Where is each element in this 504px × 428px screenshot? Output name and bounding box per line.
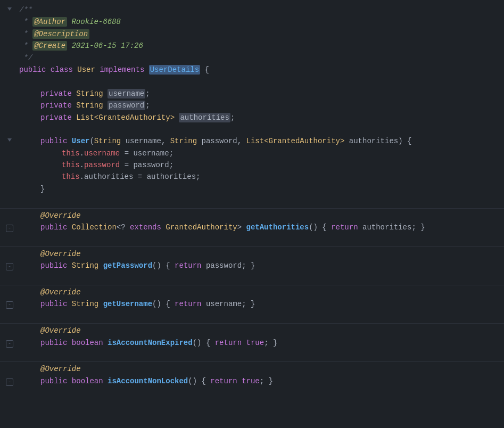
code-line-18: @Override: [0, 210, 504, 221]
line-content-28: public boolean isAccountNonExpired() { r…: [40, 337, 495, 349]
fold-icon-28[interactable]: -: [6, 340, 13, 348]
code-line-1: /**: [0, 4, 504, 16]
code-line-17: [0, 195, 504, 207]
line-content-16: }: [40, 183, 495, 195]
code-line-29: [0, 349, 504, 360]
line-content-13: this.username = username;: [62, 147, 495, 159]
code-line-12: public User(String username, String pass…: [0, 135, 504, 147]
code-line-27: @Override: [0, 325, 504, 336]
gutter-12: [4, 137, 15, 143]
line-content-30: @Override: [40, 363, 495, 375]
code-line-20: [0, 233, 504, 245]
line-content-29: [19, 349, 495, 360]
line-content-15: this.authorities = authorities;: [62, 171, 495, 183]
code-line-16: }: [0, 183, 504, 195]
line-content-1: /**: [19, 4, 495, 16]
code-line-23: [0, 272, 504, 284]
code-line-3: * @Description: [0, 28, 504, 40]
line-content-4: * @Create 2021-06-15 17:26: [19, 40, 495, 52]
line-content-24: @Override: [40, 286, 495, 298]
gutter-22: -: [4, 263, 15, 270]
fold-icon-19[interactable]: -: [6, 225, 13, 232]
code-line-10: private List<GrantedAuthority> authoriti…: [0, 112, 504, 124]
code-line-19: - public Collection<? extends GrantedAut…: [0, 221, 504, 233]
line-content-5: */: [19, 52, 495, 64]
fold-icon-31[interactable]: -: [6, 378, 13, 386]
line-content-22: public String getPassword() { return pas…: [40, 260, 495, 271]
line-content-12: public User(String username, String pass…: [40, 135, 495, 147]
gutter-19: -: [4, 225, 15, 232]
line-content-6: public class User implements UserDetails…: [19, 64, 495, 76]
code-editor: /** * @Author Rookie-6688 * @Description…: [0, 0, 504, 391]
line-content-18: @Override: [40, 210, 495, 221]
svg-marker-1: [7, 138, 12, 142]
code-line-30: @Override: [0, 363, 504, 375]
fold-icon-25[interactable]: -: [6, 301, 13, 309]
code-line-24: @Override: [0, 286, 504, 298]
line-content-17: [19, 195, 495, 207]
code-line-21: @Override: [0, 248, 504, 260]
code-line-25: - public String getUsername() { return u…: [0, 298, 504, 310]
line-content-10: private List<GrantedAuthority> authoriti…: [40, 112, 495, 124]
line-content-27: @Override: [40, 325, 495, 336]
line-content-31: public boolean isAccountNonLocked() { re…: [40, 375, 495, 387]
code-line-31: - public boolean isAccountNonLocked() { …: [0, 375, 504, 387]
code-line-7: [0, 76, 504, 87]
line-content-11: [19, 124, 495, 135]
line-content-26: [19, 310, 495, 322]
gutter-31: -: [4, 378, 15, 386]
code-line-4: * @Create 2021-06-15 17:26: [0, 40, 504, 52]
code-line-15: this.authorities = authorities;: [0, 171, 504, 183]
line-content-20: [19, 233, 495, 245]
code-line-8: private String username;: [0, 88, 504, 100]
line-content-7: [19, 76, 495, 87]
line-content-25: public String getUsername() { return use…: [40, 298, 495, 310]
code-line-28: - public boolean isAccountNonExpired() {…: [0, 337, 504, 349]
code-line-5: */: [0, 52, 504, 64]
code-line-2: * @Author Rookie-6688: [0, 16, 504, 28]
code-line-6: public class User implements UserDetails…: [0, 64, 504, 76]
line-content-21: @Override: [40, 248, 495, 260]
fold-icon-22[interactable]: -: [6, 263, 13, 270]
code-line-13: this.username = username;: [0, 147, 504, 159]
gutter-1: [4, 6, 15, 12]
code-line-22: - public String getPassword() { return p…: [0, 260, 504, 271]
svg-marker-0: [7, 7, 12, 11]
line-content-19: public Collection<? extends GrantedAutho…: [40, 221, 495, 233]
code-line-14: this.password = password;: [0, 159, 504, 171]
line-content-2: * @Author Rookie-6688: [19, 16, 495, 28]
line-content-23: [19, 272, 495, 284]
line-content-14: this.password = password;: [62, 159, 495, 171]
code-line-11: [0, 124, 504, 135]
line-content-8: private String username;: [40, 88, 495, 100]
gutter-28: -: [4, 340, 15, 348]
code-line-9: private String password;: [0, 100, 504, 111]
code-line-26: [0, 310, 504, 322]
line-content-9: private String password;: [40, 100, 495, 111]
line-content-3: * @Description: [19, 28, 495, 40]
gutter-25: -: [4, 301, 15, 309]
